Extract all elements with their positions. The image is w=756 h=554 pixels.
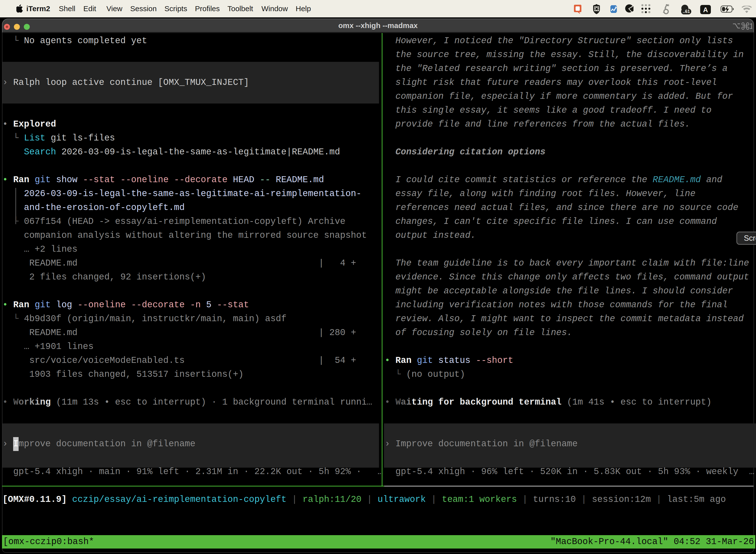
svg-text:A: A (703, 6, 708, 14)
svg-text:1: 1 (749, 22, 752, 31)
svg-text:..61: ..61 (683, 9, 690, 14)
